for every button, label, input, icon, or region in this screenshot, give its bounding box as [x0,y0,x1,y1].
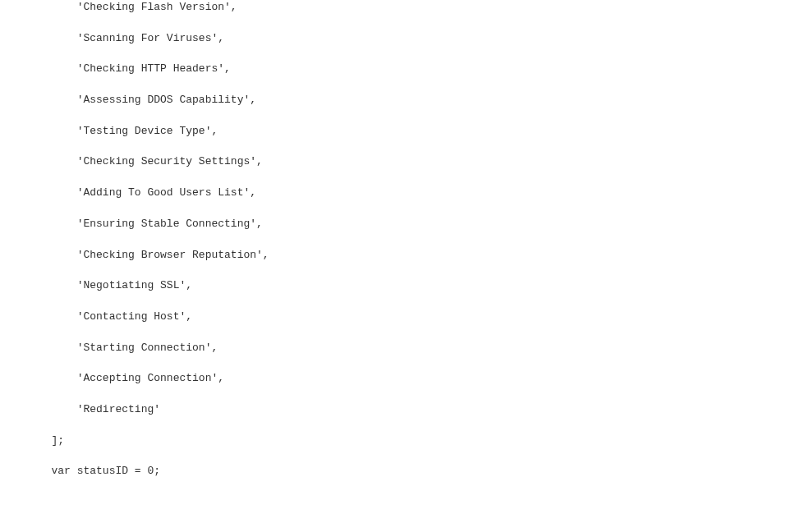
code-line [0,495,800,511]
code-line: 'Checking Security Settings', [0,154,800,170]
code-viewer: 'Checking Flash Version', 'Scanning For … [0,0,800,532]
code-line: 'Checking Browser Reputation', [0,248,800,264]
code-line [0,526,800,532]
code-line: 'Checking Flash Version', [0,0,800,16]
code-line: 'Starting Connection', [0,341,800,356]
code-line: var statusID = 0; [0,464,800,479]
code-line: 'Adding To Good Users List', [0,186,800,201]
code-line: 'Negotiating SSL', [0,278,800,294]
code-line: 'Redirecting' [0,402,800,418]
code-line: ]; [0,433,800,449]
code-block: 'Checking Flash Version', 'Scanning For … [0,0,800,532]
code-line: 'Accepting Connection', [0,371,800,387]
code-line: 'Testing Device Type', [0,124,800,140]
code-line: 'Ensuring Stable Connecting', [0,217,800,232]
code-line: 'Assessing DDOS Capability', [0,93,800,108]
code-line: 'Contacting Host', [0,310,800,325]
code-line: 'Scanning For Viruses', [0,31,800,47]
code-line: 'Checking HTTP Headers', [0,62,800,77]
